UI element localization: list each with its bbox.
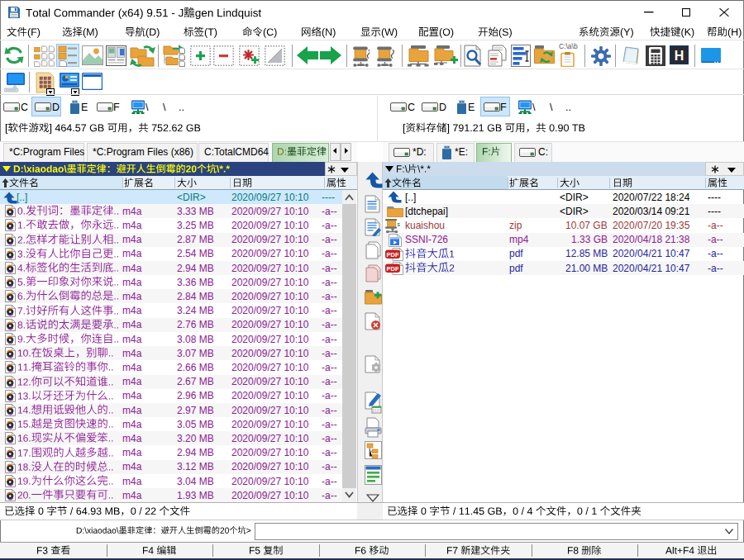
svg-text:PDF: PDF (387, 265, 399, 273)
svg-text:H: H (675, 49, 684, 63)
svg-text:PDF: PDF (387, 250, 399, 258)
svg-text:s: s (398, 221, 401, 227)
